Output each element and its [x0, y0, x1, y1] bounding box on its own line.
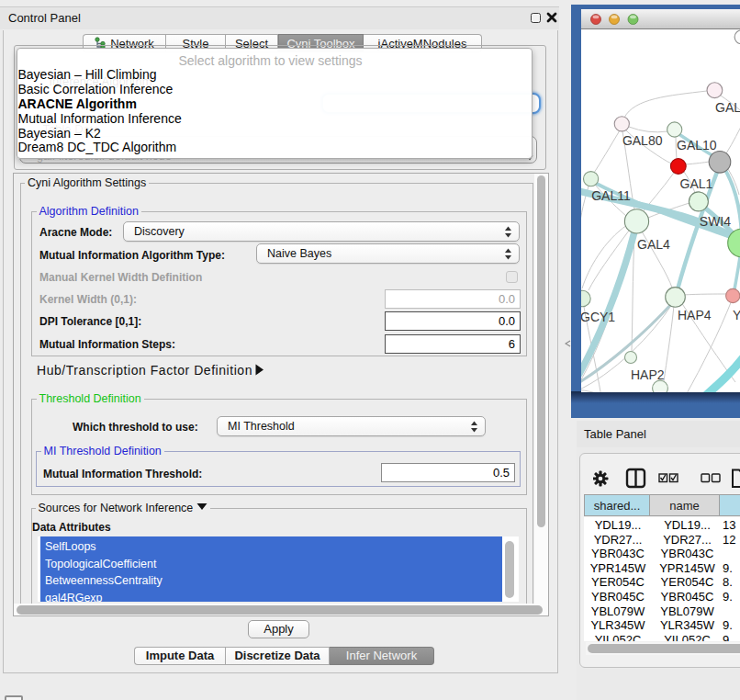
svg-text:HAP4: HAP4 [678, 307, 712, 322]
svg-text:GCY1: GCY1 [581, 309, 615, 323]
svg-text:GAL1: GAL1 [680, 175, 713, 190]
svg-text:GAL80: GAL80 [622, 133, 663, 148]
svg-text:HAP2: HAP2 [631, 367, 665, 381]
svg-text:GAL10: GAL10 [677, 137, 717, 152]
svg-text:SWI4: SWI4 [700, 213, 731, 228]
svg-text:GAL4: GAL4 [637, 236, 670, 251]
svg-text:GAL11: GAL11 [591, 188, 631, 203]
svg-text:Y: Y [733, 307, 740, 322]
svg-text:GAL: GAL [715, 99, 740, 114]
